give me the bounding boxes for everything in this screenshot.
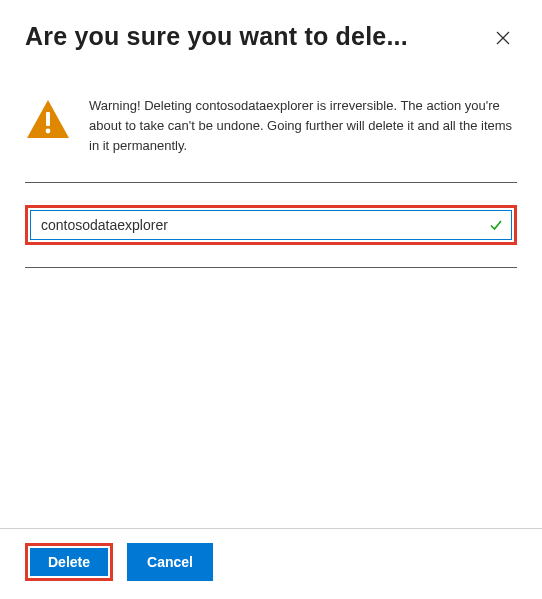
checkmark-icon	[489, 218, 503, 232]
warning-message: Warning! Deleting contosodataexplorer is…	[0, 60, 542, 172]
svg-point-3	[46, 129, 51, 134]
delete-button[interactable]: Delete	[30, 548, 108, 576]
confirmation-input-highlight	[25, 205, 517, 245]
divider	[25, 182, 517, 183]
divider	[25, 267, 517, 268]
dialog-footer: Delete Cancel	[0, 528, 542, 599]
dialog-header: Are you sure you want to dele...	[0, 0, 542, 60]
close-icon	[496, 31, 510, 45]
dialog-title: Are you sure you want to dele...	[25, 22, 408, 51]
warning-text: Warning! Deleting contosodataexplorer is…	[89, 96, 517, 156]
close-button[interactable]	[492, 26, 514, 52]
cancel-button[interactable]: Cancel	[127, 543, 213, 581]
confirmation-input[interactable]	[41, 217, 489, 233]
confirmation-input-container	[30, 210, 512, 240]
warning-triangle-icon	[25, 98, 71, 140]
svg-rect-2	[46, 112, 50, 126]
delete-button-highlight: Delete	[25, 543, 113, 581]
